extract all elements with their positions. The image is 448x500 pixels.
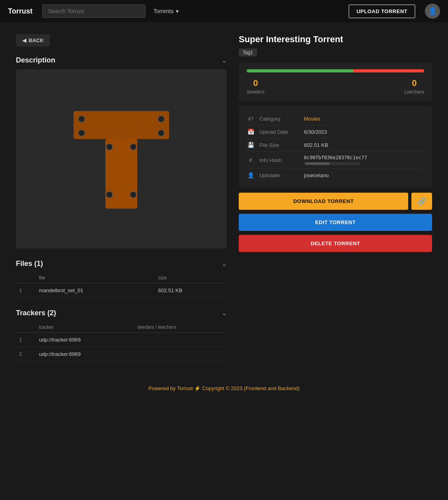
info-hash-label: Info Hash — [259, 157, 299, 163]
svg-point-9 — [106, 191, 113, 198]
navbar: Torrust Torrents ▾ UPLOAD TORRENT 👤 — [0, 0, 448, 22]
back-button[interactable]: ◀ BACK — [16, 34, 50, 47]
svg-point-7 — [158, 116, 164, 122]
stats-row: 0 Seeders 0 Leechers — [247, 78, 424, 95]
footer-text: Powered by Torrust ⚡ Copyright © 2023 (F… — [148, 385, 300, 391]
description-header: Description ⌄ — [16, 56, 227, 64]
user-icon: 👤 — [428, 7, 437, 16]
tracker-row-url: udp://tracker:6969 — [36, 347, 134, 361]
progress-red — [353, 69, 424, 72]
chevron-left-icon: ◀ — [22, 37, 26, 43]
meta-category-row: 🏷 Category Movies — [247, 112, 424, 125]
col-seeders-leechers: seeders / leechers — [134, 322, 227, 333]
stats-box: 0 Seeders 0 Leechers — [239, 63, 432, 101]
avatar-button[interactable]: 👤 — [425, 4, 440, 19]
meta-box: 🏷 Category Movies 📅 Upload Date 6/30/202… — [239, 106, 432, 188]
hash-icon: # — [247, 157, 255, 163]
files-header: Files (1) ⌄ — [16, 260, 227, 268]
trackers-collapse-icon[interactable]: ⌄ — [222, 309, 227, 317]
leechers-label: Leechers — [405, 89, 424, 95]
table-row: 2 udp://tracker:6969 — [16, 347, 227, 361]
main-content: ◀ BACK Description ⌄ — [0, 22, 448, 373]
meta-date-row: 📅 Upload Date 6/30/2023 — [247, 125, 424, 139]
uploader-value: josecelano — [304, 172, 424, 178]
file-row-name: mandelbrot_set_01 — [36, 283, 155, 298]
calendar-icon: 📅 — [247, 129, 255, 135]
edit-torrent-button[interactable]: EDIT TORRENT — [239, 214, 432, 231]
file-size-label: File Size — [259, 142, 299, 148]
leechers-stat: 0 Leechers — [405, 78, 424, 95]
info-hash-value: 0c90fbf036e28370c1ec77 — [304, 155, 424, 165]
right-panel: Super Interesting Torrent Tag1 0 Seeders… — [227, 34, 432, 361]
svg-point-11 — [106, 144, 113, 150]
svg-rect-3 — [74, 111, 169, 139]
description-collapse-icon[interactable]: ⌄ — [222, 57, 227, 64]
seeders-count: 0 — [247, 78, 265, 88]
torrent-logo-svg — [66, 103, 177, 215]
svg-point-10 — [130, 191, 136, 198]
link-icon: 🔗 — [417, 197, 426, 206]
file-row-size: 602.51 KB — [155, 283, 227, 298]
tag-badge: Tag1 — [239, 49, 257, 57]
progress-bar — [247, 69, 424, 72]
category-value: Movies — [304, 116, 424, 122]
trackers-table: tracker seeders / leechers 1 udp://track… — [16, 322, 227, 361]
download-row: DOWNLOAD TORRENT 🔗 — [239, 193, 432, 210]
svg-point-12 — [130, 144, 136, 150]
footer: Powered by Torrust ⚡ Copyright © 2023 (F… — [0, 373, 448, 399]
tracker-row-url: udp://tracker:6969 — [36, 333, 134, 347]
seeders-stat: 0 Seeders — [247, 78, 265, 95]
col-size: size — [155, 273, 227, 283]
col-tracker: tracker — [36, 322, 134, 333]
brand-logo: Torrust — [8, 7, 33, 16]
description-title: Description — [16, 56, 55, 64]
user-circle-icon: 👤 — [247, 172, 255, 178]
tracker-row-num: 2 — [16, 347, 36, 361]
uploader-label: Uploader — [259, 172, 299, 178]
files-section: Files (1) ⌄ file size 1 mandelbrot_set_0… — [16, 260, 227, 298]
seeders-label: Seeders — [247, 89, 265, 95]
svg-point-6 — [78, 130, 85, 136]
magnet-link-button[interactable]: 🔗 — [411, 193, 432, 210]
leechers-count: 0 — [405, 78, 424, 88]
file-row-num: 1 — [16, 283, 36, 298]
delete-torrent-button[interactable]: DELETE TORRENT — [239, 235, 432, 252]
col-file: file — [36, 273, 155, 283]
files-table: file size 1 mandelbrot_set_01 602.51 KB — [16, 273, 227, 298]
file-size-value: 602.51 KB — [304, 142, 424, 148]
meta-hash-row: # Info Hash 0c90fbf036e28370c1ec77 — [247, 152, 424, 169]
upload-date-label: Upload Date — [259, 129, 299, 135]
trackers-header: Trackers (2) ⌄ — [16, 309, 227, 317]
chevron-down-icon: ▾ — [176, 8, 179, 14]
upload-torrent-button[interactable]: UPLOAD TORRENT — [349, 4, 415, 18]
torrent-title: Super Interesting Torrent — [239, 34, 432, 45]
tracker-row-num: 1 — [16, 333, 36, 347]
tracker-row-stats — [134, 347, 227, 361]
search-input[interactable] — [42, 4, 146, 18]
svg-point-5 — [78, 116, 85, 122]
trackers-section: Trackers (2) ⌄ tracker seeders / leecher… — [16, 309, 227, 361]
meta-uploader-row: 👤 Uploader josecelano — [247, 169, 424, 182]
progress-green — [247, 69, 353, 72]
torrents-dropdown-button[interactable]: Torrents ▾ — [154, 8, 179, 14]
left-panel: ◀ BACK Description ⌄ — [16, 34, 227, 361]
trackers-title: Trackers (2) — [16, 309, 56, 317]
table-row: 1 mandelbrot_set_01 602.51 KB — [16, 283, 227, 298]
torrent-image — [16, 69, 227, 248]
category-label: Category — [259, 116, 299, 122]
disk-icon: 💾 — [247, 142, 255, 148]
tracker-row-stats — [134, 333, 227, 347]
files-collapse-icon[interactable]: ⌄ — [222, 260, 227, 268]
table-row: 1 udp://tracker:6969 — [16, 333, 227, 347]
upload-date-value: 6/30/2023 — [304, 129, 424, 135]
meta-filesize-row: 💾 File Size 602.51 KB — [247, 139, 424, 152]
tag-icon: 🏷 — [247, 115, 255, 122]
files-title: Files (1) — [16, 260, 43, 268]
download-torrent-button[interactable]: DOWNLOAD TORRENT — [239, 193, 408, 210]
svg-point-8 — [158, 130, 164, 136]
hash-scrollbar[interactable] — [304, 162, 360, 165]
